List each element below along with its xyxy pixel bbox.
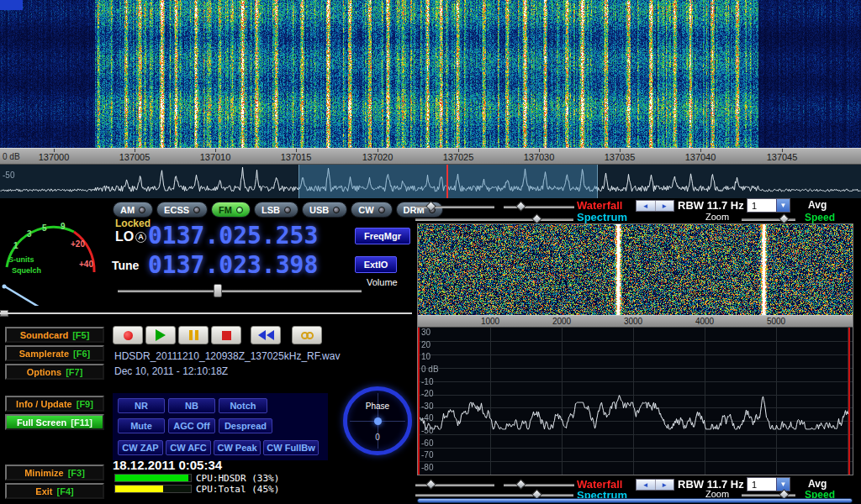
arrow-right-icon[interactable]: ► bbox=[656, 480, 674, 490]
mode-usb[interactable]: USB bbox=[302, 202, 347, 218]
zoom-slider-track-top[interactable] bbox=[742, 218, 795, 221]
speed-slider-track-top[interactable] bbox=[415, 218, 573, 221]
exit-button[interactable]: Exit[F4] bbox=[5, 483, 104, 499]
mode-ecss[interactable]: ECSS bbox=[156, 202, 208, 218]
waterfall-tab-top[interactable]: Waterfall bbox=[577, 199, 622, 212]
rewind-button[interactable] bbox=[251, 326, 281, 344]
lo-frequency-display[interactable]: 0137.025.253 bbox=[148, 222, 318, 249]
freq-tick: 137015 bbox=[281, 152, 312, 162]
pause-button[interactable] bbox=[178, 326, 209, 344]
pause-icon bbox=[189, 330, 198, 340]
record-icon bbox=[124, 331, 133, 340]
mode-am[interactable]: AM bbox=[113, 202, 153, 218]
slider-thumb[interactable] bbox=[515, 201, 526, 212]
cw-fullbw-button[interactable]: CW FullBw bbox=[263, 440, 319, 455]
record-button[interactable] bbox=[113, 326, 143, 344]
cpu-total-bar bbox=[114, 485, 192, 493]
mode-led bbox=[333, 207, 340, 213]
tune-frequency-display[interactable]: 0137.023.398 bbox=[148, 251, 318, 279]
freq-tick: 137010 bbox=[200, 152, 231, 162]
fullscreen-button[interactable]: Full Screen[F11] bbox=[5, 414, 104, 430]
info-update-button[interactable]: Info / Update[F9] bbox=[5, 396, 104, 412]
agc-off-button[interactable]: AGC Off bbox=[168, 418, 215, 433]
nb-button[interactable]: NB bbox=[168, 398, 215, 413]
notch-button[interactable]: Notch bbox=[219, 398, 267, 413]
loop-button[interactable] bbox=[292, 326, 322, 344]
brightness-slider-track-bottom[interactable] bbox=[415, 484, 494, 486]
options-button[interactable]: Options[F7] bbox=[5, 364, 104, 380]
cw-peak-button[interactable]: CW Peak bbox=[214, 440, 261, 455]
arrow-right-icon[interactable]: ► bbox=[656, 201, 674, 211]
zoom-label-top: Zoom bbox=[705, 212, 729, 222]
freq-tick: 137040 bbox=[685, 152, 716, 162]
contrast-slider-track-bottom[interactable] bbox=[504, 484, 574, 486]
dropdown-arrow-icon[interactable]: ▼ bbox=[776, 199, 790, 212]
contrast-slider-track[interactable] bbox=[504, 206, 574, 208]
stop-button[interactable] bbox=[211, 326, 241, 344]
overview-db-label: -50 bbox=[3, 171, 14, 180]
cpu-total-fill bbox=[115, 486, 163, 492]
avg-label-bottom: Avg bbox=[808, 478, 827, 490]
loop-icon bbox=[301, 332, 314, 339]
demod-selection-region[interactable] bbox=[298, 165, 598, 198]
s-units-label: S-units bbox=[8, 255, 34, 264]
rewind-icon bbox=[257, 330, 274, 340]
cpu-hdsdr-bar bbox=[114, 474, 192, 482]
slider-thumb[interactable] bbox=[531, 213, 542, 224]
avg-select-top[interactable]: 1▼ bbox=[747, 198, 790, 213]
volume-slider-thumb[interactable] bbox=[214, 284, 222, 297]
avg-label-top: Avg bbox=[808, 199, 827, 211]
cw-zap-button[interactable]: CW ZAP bbox=[118, 440, 163, 455]
lo-a-badge[interactable]: A bbox=[135, 232, 146, 243]
zoom-scrollbar[interactable] bbox=[417, 498, 853, 503]
soundcard-button[interactable]: Soundcard[F5] bbox=[5, 327, 104, 343]
mute-button[interactable]: Mute bbox=[118, 418, 165, 433]
freq-tick: 137020 bbox=[362, 152, 394, 162]
panel-splitter[interactable] bbox=[0, 312, 412, 314]
rf-spectrum[interactable]: 3020100 dB-10-20-30-40-50-60-70-80 bbox=[418, 328, 853, 475]
nr-button[interactable]: NR bbox=[118, 398, 165, 413]
samplerate-button[interactable]: Samplerate[F6] bbox=[5, 345, 104, 361]
freq-tick: 137000 bbox=[39, 152, 70, 162]
slider-thumb[interactable] bbox=[779, 213, 790, 224]
freq-tick: 137025 bbox=[443, 152, 474, 162]
mode-cw[interactable]: CW bbox=[351, 202, 392, 218]
arrow-left-icon[interactable]: ◄ bbox=[637, 201, 656, 211]
tune-label: Tune bbox=[112, 259, 139, 272]
speed-slider-track-bottom[interactable] bbox=[415, 494, 573, 496]
phase-dot bbox=[374, 417, 382, 425]
volume-slider-track[interactable] bbox=[118, 290, 362, 292]
rf-freq-tick: 2000 bbox=[552, 317, 571, 326]
mode-led bbox=[236, 207, 243, 213]
mode-lsb[interactable]: LSB bbox=[254, 202, 298, 218]
phase-label: Phase bbox=[347, 402, 408, 411]
stop-icon bbox=[222, 331, 231, 340]
cw-afc-button[interactable]: CW AFC bbox=[166, 440, 211, 455]
s-meter-scale-1: 1 bbox=[13, 241, 18, 250]
arrow-left-icon[interactable]: ◄ bbox=[637, 480, 656, 490]
extio-button[interactable]: ExtIO bbox=[355, 256, 397, 273]
freqmgr-button[interactable]: FreqMgr bbox=[355, 228, 410, 244]
cpu-hdsdr-fill bbox=[115, 475, 188, 481]
slider-thumb[interactable] bbox=[515, 479, 526, 490]
slider-thumb[interactable] bbox=[425, 479, 436, 490]
overview-spectrum[interactable]: -50 bbox=[0, 165, 861, 198]
spectrum-tab-top[interactable]: Spectrum bbox=[577, 211, 627, 223]
minimize-button[interactable]: Minimize[F3] bbox=[5, 465, 104, 480]
brightness-slider-track[interactable] bbox=[415, 206, 494, 208]
rf-frequency-ruler[interactable]: 1000 2000 3000 4000 5000 bbox=[418, 315, 853, 328]
frequency-ruler[interactable]: 0 dB 137000 137005 137010 137015 137020 … bbox=[0, 148, 861, 165]
volume-label: Volume bbox=[367, 277, 398, 287]
rf-waterfall[interactable] bbox=[418, 224, 853, 315]
despread-button[interactable]: Despread bbox=[219, 418, 272, 433]
main-waterfall[interactable] bbox=[0, 0, 861, 148]
mode-led bbox=[193, 207, 200, 213]
dsp-panel: NR NB Notch Mute AGC Off Despread CW ZAP… bbox=[113, 393, 328, 460]
zoom-slider-track-bottom[interactable] bbox=[742, 494, 795, 496]
speed-label-top: Speed bbox=[805, 212, 835, 223]
tune-marker-line[interactable] bbox=[446, 165, 448, 198]
mode-drm[interactable]: DRM bbox=[396, 202, 443, 218]
lo-label: LO bbox=[115, 229, 134, 244]
mode-fm[interactable]: FM bbox=[211, 202, 251, 218]
play-button[interactable] bbox=[145, 326, 176, 344]
